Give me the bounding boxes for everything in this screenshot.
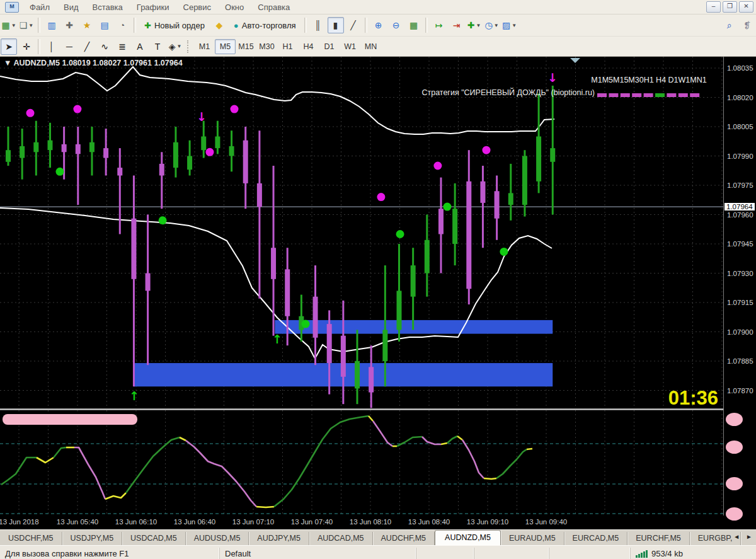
oscillator-segment bbox=[447, 436, 457, 443]
zoom-out-button[interactable]: ⊖ bbox=[388, 17, 404, 33]
chevron-down-icon: ▼ bbox=[28, 23, 33, 28]
candle-bear bbox=[369, 367, 374, 392]
hline-button[interactable]: ─ bbox=[61, 38, 77, 55]
label-icon: T bbox=[155, 42, 161, 52]
price-chart-pane[interactable]: ↑↓↑↓▼ AUDNZD,M5 1.08019 1.08027 1.07961 … bbox=[0, 57, 723, 408]
oscillator-segment bbox=[37, 458, 54, 463]
chart-tab-audusd[interactable]: AUDUSD,M5 bbox=[186, 532, 249, 545]
chart-tab-usdchf[interactable]: USDCHF,M5 bbox=[0, 532, 62, 545]
menu-item-5[interactable]: Окно bbox=[218, 1, 251, 13]
autotrade-button[interactable]: ●Авто-торговля bbox=[229, 17, 301, 33]
terminal-button[interactable]: ▤ bbox=[96, 17, 113, 33]
tab-scroll-left-button[interactable]: ◄ bbox=[733, 533, 740, 540]
chat-button[interactable]: ❡ bbox=[739, 17, 755, 33]
toolbar-gripper[interactable] bbox=[187, 40, 191, 53]
chart-tab-audjpy[interactable]: AUDJPY,M5 bbox=[249, 532, 309, 545]
market-watch-button[interactable]: ▥ bbox=[43, 17, 60, 33]
crosshair-icon: ✛ bbox=[23, 42, 30, 52]
fibonacci-button[interactable]: ≣ bbox=[114, 38, 130, 55]
shapes-button[interactable]: ◈▼ bbox=[167, 38, 183, 55]
metaeditor-button[interactable]: ◆ bbox=[211, 17, 227, 33]
timeframe-button-m15[interactable]: M15 bbox=[236, 39, 256, 54]
chart-tab-eurchf[interactable]: EURCHF,M5 bbox=[627, 532, 690, 545]
chart-tab-eurcad[interactable]: EURCAD,M5 bbox=[564, 532, 628, 545]
auto-scroll-button[interactable]: ↦ bbox=[431, 17, 447, 33]
profiles-button[interactable]: ❏▼ bbox=[18, 17, 35, 33]
chart-tab-usdcad[interactable]: USDCAD,M5 bbox=[122, 532, 186, 545]
data-window-button[interactable]: ✚ bbox=[61, 17, 77, 33]
vline-button[interactable]: │ bbox=[43, 38, 60, 55]
window-close-button[interactable]: ✕ bbox=[739, 1, 753, 13]
timeframe-button-m1[interactable]: M1 bbox=[194, 39, 215, 54]
status-bar: Для вызова справки нажмите F1 Default 95… bbox=[0, 545, 756, 559]
new-order-button[interactable]: ✚Новый ордер bbox=[139, 17, 210, 33]
app-icon: M bbox=[5, 2, 19, 13]
chart-tab-audcad[interactable]: AUDCAD,M5 bbox=[309, 532, 373, 545]
menu-item-3[interactable]: Графики bbox=[130, 1, 176, 13]
periods-button[interactable]: ◷▼ bbox=[484, 17, 500, 33]
menu-item-0[interactable]: Файл bbox=[23, 1, 57, 13]
timeframe-button-w1[interactable]: W1 bbox=[340, 39, 360, 54]
chart-tab-audnzd[interactable]: AUDNZD,M5 bbox=[435, 530, 501, 545]
timeframe-button-h4[interactable]: H4 bbox=[298, 39, 319, 54]
chart-shift-button[interactable]: ⇥ bbox=[449, 17, 465, 33]
candle-bull bbox=[425, 240, 430, 274]
trendline-button[interactable]: ╱ bbox=[79, 38, 95, 55]
oscillator-segment bbox=[484, 478, 496, 479]
menu-bar: M ФайлВидВставкаГрафикиСервисОкноСправка… bbox=[0, 0, 756, 14]
timeframe-button-h1[interactable]: H1 bbox=[277, 39, 298, 54]
candles-chart-button[interactable]: ▮ bbox=[328, 17, 344, 33]
navigator-button[interactable]: ★ bbox=[79, 17, 95, 33]
new-chart-icon: ▦ bbox=[1, 20, 9, 30]
strategy-tester-button[interactable]: ◔ bbox=[114, 17, 130, 33]
tab-scroll-right-button[interactable]: ► bbox=[746, 533, 752, 540]
menu-item-6[interactable]: Справка bbox=[251, 1, 297, 13]
sell-arrow-marker: ↓ bbox=[547, 71, 558, 84]
profiles-icon: ❏ bbox=[20, 20, 28, 30]
chart-window[interactable]: ↑↓↑↓▼ AUDNZD,M5 1.08019 1.08027 1.07961 … bbox=[0, 57, 756, 529]
new-chart-button[interactable]: ▦▼ bbox=[1, 17, 17, 33]
status-profile[interactable]: Default bbox=[219, 548, 416, 559]
tile-windows-button[interactable]: ▦ bbox=[406, 17, 422, 33]
window-restore-button[interactable]: ❐ bbox=[723, 1, 737, 13]
sell-dot-marker bbox=[26, 109, 35, 117]
window-minimize-button[interactable]: – bbox=[706, 1, 721, 13]
menu-item-4[interactable]: Сервис bbox=[176, 1, 219, 13]
candle-bear bbox=[243, 141, 248, 183]
zoom-in-button[interactable]: ⊕ bbox=[370, 17, 387, 33]
drawing-timeframe-toolbar: ➤✛│─╱∿≣AT◈▼M1M5M15M30H1H4D1W1MN bbox=[0, 37, 756, 57]
chart-tab-euraud[interactable]: EURAUD,M5 bbox=[501, 532, 564, 545]
label-button[interactable]: T bbox=[149, 38, 166, 55]
candle-bear bbox=[257, 183, 262, 207]
indicators-button[interactable]: ✚▼ bbox=[466, 17, 483, 33]
channel-button[interactable]: ∿ bbox=[96, 38, 113, 55]
bars-chart-button[interactable]: ║ bbox=[310, 17, 326, 33]
buy-dot-marker bbox=[396, 230, 404, 238]
chart-tab-usdjpy[interactable]: USDJPY,M5 bbox=[62, 532, 123, 545]
menu-item-1[interactable]: Вид bbox=[57, 1, 86, 13]
timeframe-button-m30[interactable]: M30 bbox=[256, 39, 277, 54]
timeframe-button-mn[interactable]: MN bbox=[360, 39, 381, 54]
line-chart-icon: ╱ bbox=[350, 20, 355, 30]
time-axis[interactable]: 13 Jun 201813 Jun 05:4013 Jun 06:1013 Ju… bbox=[0, 516, 723, 529]
price-axis[interactable]: 1.080351.080201.080051.079901.079751.079… bbox=[723, 57, 756, 516]
timeframe-button-d1[interactable]: D1 bbox=[319, 39, 340, 54]
crosshair-button[interactable]: ✛ bbox=[18, 38, 35, 55]
search-button[interactable]: ⌕ bbox=[721, 17, 738, 33]
tf-panel-square bbox=[690, 93, 699, 97]
tf-panel-label: M1M5M15M30H1 H4 D1W1MN1 bbox=[591, 76, 706, 84]
templates-button[interactable]: ▨▼ bbox=[501, 17, 518, 33]
chevron-down-icon: ▼ bbox=[512, 23, 517, 28]
text-button[interactable]: A bbox=[132, 38, 148, 55]
candle-bull bbox=[355, 361, 360, 388]
candles-chart-icon: ▮ bbox=[333, 20, 338, 30]
chart-tab-bar: USDCHF,M5USDJPY,M5USDCAD,M5AUDUSD,M5AUDJ… bbox=[0, 529, 756, 545]
chart-tab-audchf[interactable]: AUDCHF,M5 bbox=[373, 532, 435, 545]
oscillator-pane[interactable] bbox=[0, 410, 723, 516]
line-chart-button[interactable]: ╱ bbox=[345, 17, 362, 33]
cursor-button[interactable]: ➤ bbox=[1, 38, 17, 55]
tf-panel-square bbox=[609, 93, 618, 97]
menu-item-2[interactable]: Вставка bbox=[86, 1, 130, 13]
timeframe-button-m5[interactable]: M5 bbox=[215, 39, 236, 54]
price-tick: 1.07930 bbox=[727, 270, 753, 277]
